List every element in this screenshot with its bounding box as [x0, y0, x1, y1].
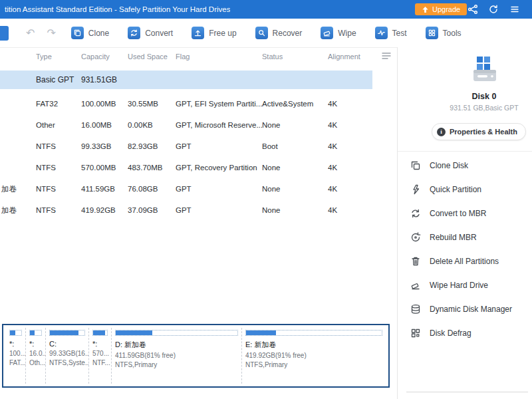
toolbar-button-tools[interactable]: Tools — [426, 27, 462, 39]
sidebar-bottom-divider — [406, 392, 528, 392]
action-label: Quick Partition — [430, 185, 481, 194]
undo-button[interactable]: ↶ — [26, 28, 35, 39]
block-label: *: — [92, 340, 108, 348]
usage-bar — [245, 330, 382, 336]
cell-status: Boot — [262, 142, 328, 150]
disk-map-block[interactable]: C: 99.33GB(16... NTFS,Syste... — [46, 328, 89, 384]
disk-row-capacity: 931.51GB — [81, 75, 128, 84]
action-dynamic-disk-manager[interactable]: Dynamic Disk Manager — [410, 297, 532, 321]
disk-map-block[interactable]: *: 100... FAT... — [6, 328, 26, 384]
block-label: C: — [49, 340, 85, 348]
cell-flag: GPT, Recovery Partition — [176, 164, 262, 172]
hamburger-menu-icon[interactable] — [509, 4, 520, 15]
disk-row-selected[interactable]: Basic GPT 931.51GB — [0, 70, 372, 89]
partition-row[interactable]: NTFS 99.33GB 82.93GB GPT Boot 4K — [0, 136, 397, 157]
action-wipe-hard-drive[interactable]: Wipe Hard Drive — [410, 273, 532, 297]
cell-alignment: 4K — [328, 100, 375, 108]
action-delete-all-partitions[interactable]: Delete All Partitions — [410, 249, 532, 273]
column-header-flag: Flag — [176, 53, 262, 61]
rebuild-mbr-icon — [410, 232, 421, 243]
disk-icon — [469, 55, 499, 86]
cell-flag: GPT, EFI System Partiti... — [176, 100, 262, 108]
usage-bar — [92, 330, 108, 336]
toolbar-label: Tools — [443, 29, 462, 38]
convert-icon — [128, 27, 140, 39]
disk-row-type: Basic GPT — [36, 75, 81, 84]
cell-flag: GPT — [176, 185, 262, 193]
sidebar: Disk 0 931.51 GB,Basic GPT i Properties … — [398, 47, 532, 399]
block-label: E: 新加卷 — [245, 340, 382, 350]
cell-used: 82.93GB — [128, 142, 176, 150]
action-label: Disk Defrag — [430, 329, 471, 338]
toolbar-label: Free up — [209, 29, 236, 38]
cell-used: 0.00KB — [128, 121, 176, 129]
cell-type: NTFS — [36, 142, 81, 150]
action-clone-disk[interactable]: Clone Disk — [410, 154, 532, 178]
action-convert-to-mbr[interactable]: Convert to MBR — [410, 201, 532, 225]
trash-icon — [410, 256, 421, 267]
action-rebuild-mbr[interactable]: Rebuild MBR — [410, 225, 532, 249]
usage-bar — [115, 330, 238, 336]
cell-used: 37.09GB — [128, 206, 176, 214]
partition-table: FAT32 100.00MB 30.55MB GPT, EFI System P… — [0, 93, 397, 221]
partition-row[interactable]: NTFS 570.00MB 483.70MB GPT, Recovery Par… — [0, 157, 397, 178]
action-label: Clone Disk — [430, 161, 468, 170]
cell-type: NTFS — [36, 164, 81, 172]
cell-type: NTFS — [36, 206, 81, 214]
column-header-alignment: Alignment — [328, 53, 375, 61]
toolbar-label: Clone — [88, 29, 109, 38]
cell-status: Active&System — [262, 100, 328, 108]
disk-map-block[interactable]: *: 570... NTF... — [89, 328, 112, 384]
toolbar-button-test[interactable]: Test — [375, 27, 407, 39]
redo-button[interactable]: ↷ — [47, 28, 55, 39]
clone-disk-icon — [410, 160, 421, 171]
column-options-icon[interactable] — [381, 51, 392, 62]
toolbar-button-recover[interactable]: Recover — [255, 27, 303, 39]
share-nodes-icon[interactable] — [467, 4, 478, 15]
block-filesystem: NTF... — [92, 359, 108, 366]
toolbar-button-wipe[interactable]: Wipe — [321, 27, 356, 39]
cell-used: 483.70MB — [128, 164, 176, 172]
block-size: 419.92GB(91% free) — [245, 352, 382, 359]
block-filesystem: NTFS,Primary — [115, 361, 238, 368]
partition-row[interactable]: 加卷 NTFS 411.59GB 76.08GB GPT None 4K — [0, 178, 397, 200]
toolbar-button-convert[interactable]: Convert — [128, 27, 173, 39]
app-window: tition Assistant Standard Edition - Safe… — [0, 0, 532, 399]
refresh-icon[interactable] — [488, 4, 499, 15]
properties-health-button[interactable]: i Properties & Health — [432, 123, 526, 140]
disk-map-block[interactable]: *: 16.0... Oth... — [26, 328, 46, 384]
partition-row[interactable]: FAT32 100.00MB 30.55MB GPT, EFI System P… — [0, 93, 397, 114]
cell-capacity: 570.00MB — [81, 164, 128, 172]
toolbar-button-freeup[interactable]: Free up — [192, 27, 236, 39]
upgrade-icon — [422, 6, 429, 13]
cell-status: None — [262, 121, 328, 129]
table-header: Type Capacity Used Space Flag Status Ali… — [0, 48, 397, 65]
disk-map-block[interactable]: E: 新加卷 419.92GB(91% free) NTFS,Primary — [242, 328, 386, 384]
disk-map-block[interactable]: D: 新加卷 411.59GB(81% free) NTFS,Primary — [112, 328, 242, 384]
toolbar-button-clone[interactable]: Clone — [71, 27, 109, 39]
titlebar: tition Assistant Standard Edition - Safe… — [0, 0, 532, 19]
block-filesystem: NTFS,Primary — [245, 361, 382, 368]
cell-status: None — [262, 164, 328, 172]
upgrade-button[interactable]: Upgrade — [415, 3, 467, 15]
toolbar-label: Convert — [145, 29, 173, 38]
upgrade-label: Upgrade — [432, 5, 460, 13]
window-accent-stub — [0, 26, 9, 41]
column-header-capacity: Capacity — [81, 53, 128, 61]
cell-alignment: 4K — [328, 206, 375, 214]
cell-capacity: 419.92GB — [81, 206, 128, 214]
action-label: Convert to MBR — [430, 209, 486, 218]
cell-alignment: 4K — [328, 164, 375, 172]
usage-bar-fill — [246, 331, 276, 335]
usage-bar — [49, 330, 85, 336]
cell-alignment: 4K — [328, 121, 375, 129]
partition-row[interactable]: 加卷 NTFS 419.92GB 37.09GB GPT None 4K — [0, 200, 397, 221]
cell-alignment: 4K — [328, 142, 375, 150]
action-list: Clone Disk Quick Partition Convert to MB… — [410, 154, 532, 345]
cell-type: NTFS — [36, 185, 81, 193]
cell-used: 76.08GB — [128, 185, 176, 193]
cell-capacity: 99.33GB — [81, 142, 128, 150]
action-quick-partition[interactable]: Quick Partition — [410, 178, 532, 201]
action-disk-defrag[interactable]: Disk Defrag — [410, 321, 532, 345]
partition-row[interactable]: Other 16.00MB 0.00KB GPT, Microsoft Rese… — [0, 114, 397, 136]
